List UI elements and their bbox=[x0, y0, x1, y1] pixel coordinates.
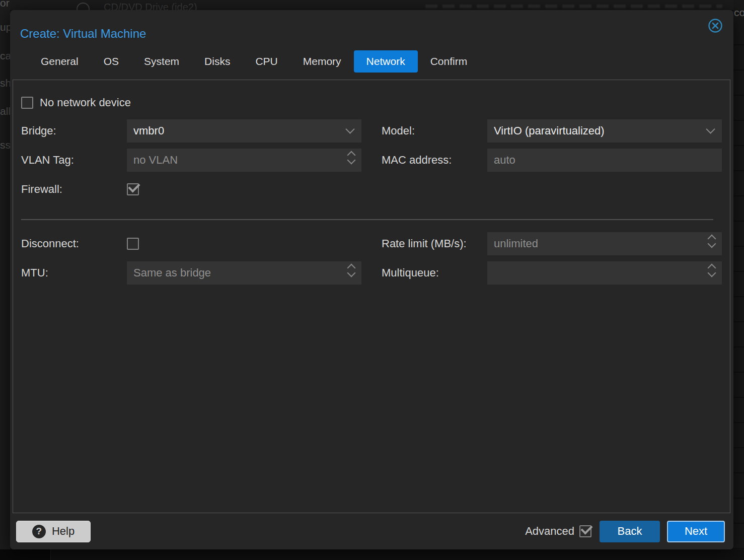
model-label: Model: bbox=[382, 124, 487, 137]
back-button[interactable]: Back bbox=[600, 521, 660, 542]
background-bottom-strip bbox=[0, 549, 744, 560]
tab-memory[interactable]: Memory bbox=[290, 50, 354, 73]
rate-limit-spinnerfield[interactable] bbox=[487, 232, 722, 255]
tab-disks[interactable]: Disks bbox=[192, 50, 243, 73]
disconnect-cell bbox=[127, 232, 361, 255]
create-vm-dialog: Create: Virtual Machine General OS Syste… bbox=[10, 10, 733, 549]
mac-address-label: MAC address: bbox=[382, 154, 487, 167]
footer-actions: Advanced Back Next bbox=[525, 521, 725, 542]
firewall-cell bbox=[127, 178, 361, 201]
chevron-down-icon[interactable] bbox=[707, 126, 714, 132]
bridge-input[interactable] bbox=[133, 124, 339, 137]
background-bottom-dark-segment bbox=[0, 549, 50, 560]
help-button[interactable]: ? Help bbox=[16, 521, 91, 542]
sidebar-fragment: sh bbox=[0, 77, 10, 89]
mtu-label: MTU: bbox=[21, 266, 127, 279]
mac-address-field[interactable] bbox=[487, 149, 722, 172]
help-button-label: Help bbox=[52, 525, 75, 538]
background-right-fragment: co bbox=[734, 7, 744, 19]
close-icon[interactable] bbox=[708, 19, 722, 33]
bridge-combobox[interactable] bbox=[127, 119, 361, 143]
mac-address-input[interactable] bbox=[494, 154, 700, 167]
multiqueue-input[interactable] bbox=[494, 266, 700, 279]
spinner-up-down-icon[interactable] bbox=[348, 152, 354, 163]
firewall-checkbox[interactable] bbox=[127, 183, 139, 195]
no-network-device-label: No network device bbox=[40, 96, 131, 109]
advanced-section-divider bbox=[21, 219, 713, 220]
tab-general[interactable]: General bbox=[28, 50, 91, 73]
sidebar-fragment: ss bbox=[0, 139, 10, 151]
bridge-label: Bridge: bbox=[21, 124, 127, 137]
spinner-up-down-icon[interactable] bbox=[709, 265, 715, 276]
mtu-spinnerfield[interactable] bbox=[127, 261, 361, 285]
dialog-title: Create: Virtual Machine bbox=[20, 27, 146, 41]
disconnect-checkbox[interactable] bbox=[127, 238, 139, 250]
sidebar-fragment: or bbox=[0, 0, 10, 9]
background-illegible-text bbox=[425, 5, 722, 8]
vlan-tag-label: VLAN Tag: bbox=[21, 154, 127, 167]
no-network-device-row: No network device bbox=[21, 96, 722, 109]
spinner-up-down-icon[interactable] bbox=[709, 236, 715, 247]
sidebar-fragment: all bbox=[0, 105, 10, 117]
rate-limit-input[interactable] bbox=[494, 237, 700, 250]
sidebar-fragment: ca bbox=[0, 50, 10, 62]
background-sidebar-fragments: or up ca sh all ss bbox=[0, 0, 10, 549]
cd-dvd-disc-icon bbox=[77, 3, 90, 10]
tab-system[interactable]: System bbox=[131, 50, 192, 73]
chevron-down-icon[interactable] bbox=[347, 126, 353, 132]
tab-cpu[interactable]: CPU bbox=[243, 50, 290, 73]
model-input[interactable] bbox=[494, 124, 700, 137]
vlan-tag-spinnerfield[interactable] bbox=[127, 149, 361, 172]
tab-os[interactable]: OS bbox=[91, 50, 131, 73]
multiqueue-label: Multiqueue: bbox=[382, 266, 487, 279]
rate-limit-label: Rate limit (MB/s): bbox=[382, 237, 487, 250]
background-hardware-row: CD/DVD Drive (ide2) bbox=[0, 0, 744, 10]
background-bottom-divider bbox=[50, 549, 51, 560]
wizard-tab-bar: General OS System Disks CPU Memory Netwo… bbox=[28, 49, 480, 74]
disconnect-label: Disconnect: bbox=[21, 237, 127, 250]
network-form-grid: Bridge: Model: VLAN Tag: MAC address: bbox=[21, 119, 722, 285]
vlan-tag-input[interactable] bbox=[133, 154, 339, 167]
mtu-input[interactable] bbox=[133, 266, 339, 279]
background-table-edge: co bbox=[733, 0, 744, 560]
advanced-checkbox[interactable] bbox=[579, 525, 591, 537]
sidebar-fragment: up bbox=[0, 21, 10, 33]
multiqueue-spinnerfield[interactable] bbox=[487, 261, 722, 285]
no-network-device-checkbox[interactable] bbox=[21, 97, 33, 109]
background-row-text: CD/DVD Drive (ide2) bbox=[104, 2, 197, 10]
question-mark-icon: ? bbox=[32, 525, 46, 538]
model-combobox[interactable] bbox=[487, 119, 722, 143]
advanced-label: Advanced bbox=[525, 525, 574, 538]
firewall-label: Firewall: bbox=[21, 183, 127, 196]
dialog-footer: ? Help Advanced Back Next bbox=[10, 513, 733, 549]
network-form-panel: No network device Bridge: Model: VLAN Ta… bbox=[13, 80, 730, 513]
spinner-up-down-icon[interactable] bbox=[348, 265, 354, 276]
next-button[interactable]: Next bbox=[667, 521, 725, 542]
tab-network[interactable]: Network bbox=[354, 50, 418, 73]
tab-confirm[interactable]: Confirm bbox=[418, 50, 480, 73]
